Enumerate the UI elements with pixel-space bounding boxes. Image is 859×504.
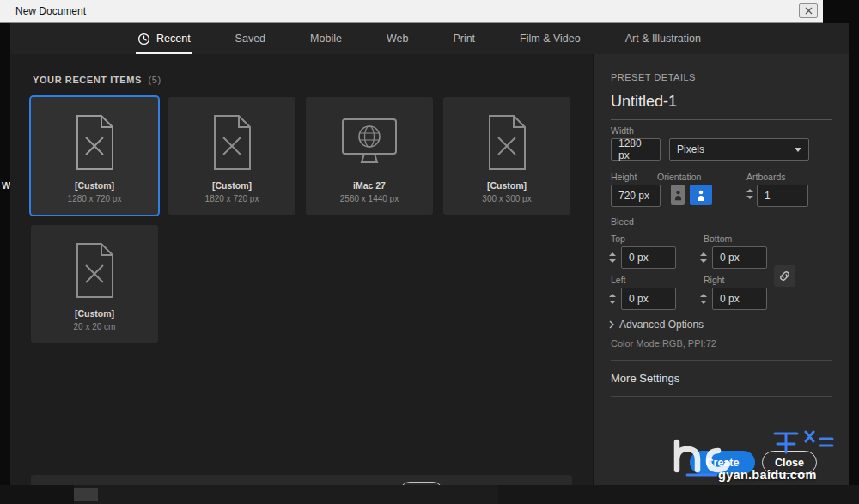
stepper[interactable] — [700, 252, 708, 263]
tab-print[interactable]: Print — [453, 23, 475, 54]
tab-label: Saved — [235, 33, 265, 45]
document-icon — [70, 225, 119, 308]
more-settings-link[interactable]: More Settings — [611, 372, 679, 385]
stepper-up-icon — [700, 294, 707, 297]
preset-details-panel: PRESET DETAILS Untitled-1 Width 1280 px … — [593, 54, 849, 485]
artboards-stepper[interactable] — [746, 189, 754, 199]
stepper-up-icon — [609, 294, 616, 297]
artboards-input[interactable]: 1 — [757, 185, 808, 207]
tab-label: Web — [387, 33, 408, 45]
stepper-up-icon — [700, 252, 707, 256]
recent-items-count: (5) — [149, 75, 161, 85]
bleed-left-label: Left — [611, 275, 626, 285]
close-button[interactable]: Close — [762, 451, 817, 474]
bleed-top-input[interactable]: 0 px — [621, 246, 676, 269]
divider — [611, 360, 832, 361]
orientation-portrait-button[interactable] — [671, 185, 685, 205]
artboards-value: 1 — [765, 190, 771, 202]
taskbar-segment — [0, 485, 74, 504]
document-icon — [207, 97, 257, 180]
new-document-dialog: Recent Saved Mobile Web Print Film & Vid… — [10, 23, 849, 485]
stepper[interactable] — [609, 294, 617, 304]
template-size: 20 x 20 cm — [74, 322, 116, 331]
template-card-custom-300x300[interactable]: [Custom] 300 x 300 px — [443, 97, 570, 215]
tab-mobile[interactable]: Mobile — [310, 23, 342, 54]
template-size: 300 x 300 px — [482, 194, 531, 203]
document-name-field[interactable]: Untitled-1 — [611, 93, 677, 111]
recent-items-section: YOUR RECENT ITEMS (5) [Custom] 1280 x 72… — [10, 54, 593, 485]
bleed-right-field[interactable]: 0 px — [700, 288, 767, 310]
tab-label: Film & Video — [520, 33, 581, 45]
template-name: [Custom] — [75, 308, 114, 319]
tab-art-illustration[interactable]: Art & Illustration — [625, 23, 701, 54]
window-title: New Document — [15, 5, 86, 17]
tab-saved[interactable]: Saved — [235, 23, 265, 54]
taskbar-segment — [74, 488, 98, 501]
artboards-label: Artboards — [746, 172, 786, 182]
bleed-right-label: Right — [704, 275, 725, 285]
template-card-imac-27[interactable]: iMac 27 2560 x 1440 px — [306, 97, 433, 215]
width-label: Width — [611, 125, 634, 136]
window-titlebar: New Document — [0, 0, 823, 23]
units-dropdown[interactable]: Pixels — [669, 138, 809, 161]
clock-icon — [137, 33, 150, 46]
landscape-person-icon — [697, 190, 705, 201]
template-size: 2560 x 1440 px — [340, 194, 399, 203]
divider — [611, 396, 832, 397]
bleed-left-value: 0 px — [629, 293, 649, 305]
recent-items-heading: YOUR RECENT ITEMS (5) — [33, 75, 161, 85]
stepper-down-icon — [746, 196, 753, 199]
color-mode-text: Color Mode:RGB, PPI:72 — [611, 338, 716, 349]
template-card-custom-1820x720[interactable]: [Custom] 1820 x 720 px — [168, 97, 295, 215]
tab-label: Mobile — [310, 33, 342, 45]
document-name-underline — [611, 119, 832, 120]
screen: New Document W Recent Saved Mobile Web P… — [0, 0, 859, 504]
tab-recent[interactable]: Recent — [137, 23, 191, 54]
bleed-top-field[interactable]: 0 px — [609, 246, 676, 269]
width-value: 1280 px — [618, 137, 653, 161]
tab-bar: Recent Saved Mobile Web Print Film & Vid… — [10, 23, 849, 54]
preset-details-heading: PRESET DETAILS — [611, 72, 696, 82]
taskbar-segment — [498, 485, 859, 504]
bleed-left-field[interactable]: 0 px — [609, 288, 676, 310]
window-close-button[interactable] — [799, 3, 818, 18]
template-name: [Custom] — [487, 180, 527, 191]
bleed-bottom-label: Bottom — [704, 234, 732, 244]
bleed-top-value: 0 px — [629, 252, 649, 264]
close-icon — [805, 7, 813, 15]
bleed-top-label: Top — [611, 234, 625, 244]
imac-globe-icon — [341, 97, 398, 180]
height-input[interactable]: 720 px — [611, 185, 661, 207]
stepper-down-icon — [609, 259, 616, 263]
bleed-left-input[interactable]: 0 px — [621, 288, 676, 310]
tab-label: Art & Illustration — [625, 33, 701, 45]
template-card-custom-1280x720[interactable]: [Custom] 1280 x 720 px — [31, 97, 158, 215]
template-card-custom-20x20cm[interactable]: [Custom] 20 x 20 cm — [31, 225, 158, 343]
tab-label: Recent — [156, 33, 191, 45]
portrait-person-icon — [674, 190, 682, 201]
tab-label: Print — [453, 33, 475, 45]
chain-link-icon — [778, 270, 791, 282]
orientation-landscape-button[interactable] — [690, 185, 712, 205]
bleed-bottom-input[interactable]: 0 px — [712, 246, 767, 269]
tab-film-video[interactable]: Film & Video — [520, 23, 581, 54]
bleed-label: Bleed — [611, 216, 634, 227]
stepper-down-icon — [700, 301, 707, 304]
bleed-link-toggle[interactable] — [774, 265, 795, 287]
advanced-options-toggle[interactable]: Advanced Options — [609, 319, 704, 331]
template-name: [Custom] — [75, 180, 114, 191]
stepper[interactable] — [609, 252, 617, 263]
template-grid: [Custom] 1280 x 720 px [Custom] 1820 x 7… — [31, 97, 570, 343]
divider-short — [655, 422, 717, 422]
bleed-right-input[interactable]: 0 px — [712, 288, 767, 310]
template-size: 1820 x 720 px — [205, 194, 259, 203]
tab-web[interactable]: Web — [387, 23, 408, 54]
background-taskbar — [0, 485, 859, 504]
stepper[interactable] — [700, 294, 708, 304]
bleed-bottom-field[interactable]: 0 px — [700, 246, 767, 269]
width-input[interactable]: 1280 px — [611, 138, 661, 161]
bleed-bottom-value: 0 px — [720, 252, 740, 264]
advanced-options-label: Advanced Options — [619, 319, 704, 331]
height-label: Height — [611, 172, 637, 182]
create-button[interactable]: Create — [690, 451, 755, 474]
